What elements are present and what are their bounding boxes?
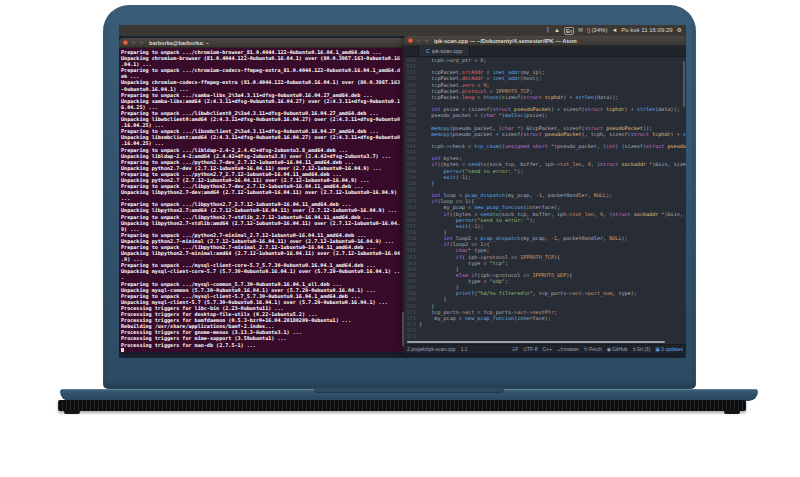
github-status-icon: ◉	[607, 346, 611, 352]
terminal-line: Preparing to unpack .../chromium-codecs-…	[121, 67, 403, 73]
maximize-icon[interactable]	[139, 40, 144, 45]
tab-ipk-scan[interactable]: C ipk-scan.cpp	[418, 46, 470, 56]
session-gear-icon: ⚙	[677, 25, 682, 36]
terminal-line: Unpacking libpython2.7:amd64 (2.7.12-1ub…	[121, 207, 403, 213]
code-lines[interactable]: tcph->urg_ptr = 0; tcpPacket.srcAddr = i…	[419, 57, 686, 340]
network-icon: ▲	[554, 25, 560, 36]
laptop-mockup: ᛒ▲En✉▯(34%)◄Po kvě 11 16:09:29⚙ barborka…	[0, 0, 800, 477]
encoding-selector-label: UTF-8	[523, 346, 537, 352]
gutter: 5305315325335345355365375385395405415425…	[404, 57, 419, 340]
volume-icon: ◄	[611, 25, 617, 36]
terminal-line: Processing triggers for man-db (2.7.5-1)…	[121, 342, 403, 348]
battery-indicator: ▯	[587, 25, 590, 36]
status-right: LFUTF-8C++⎇master↻Fetch◉GitHub±Git (3)▣3…	[512, 346, 683, 352]
clock-label: Po kvě 11 16:09:29	[621, 25, 672, 36]
horizontal-scrollbar-thumb[interactable]	[407, 341, 665, 343]
terminal-line: Unpacking chromium-codecs-ffmpeg-extra (…	[121, 79, 403, 85]
terminal-line: Unpacking python2.7-dev (2.7.12-1ubuntu0…	[121, 165, 403, 171]
terminal-line: Unpacking libldap-2.4-2:amd64 (2.4.42+df…	[121, 153, 403, 159]
git-changes-label: Git (3)	[636, 346, 650, 352]
network-icon[interactable]: ▲	[554, 25, 560, 36]
encoding-selector[interactable]: UTF-8	[523, 346, 537, 352]
battery-indicator[interactable]: ▯(34%)	[587, 25, 607, 36]
desktop-screen: ᛒ▲En✉▯(34%)◄Po kvě 11 16:09:29⚙ barborka…	[119, 25, 686, 358]
bluetooth-icon[interactable]: ᛒ	[546, 25, 550, 36]
maximize-icon[interactable]	[424, 38, 429, 43]
terminal-line: Unpacking libpython2.7-minimal:amd64 (2.…	[121, 250, 403, 256]
messages-icon: ✉	[578, 25, 583, 36]
keyboard-indicator-label: En	[564, 27, 574, 35]
minimize-icon[interactable]	[416, 38, 421, 43]
grammar-selector[interactable]: C++	[543, 346, 552, 352]
grammar-selector-label: C++	[543, 346, 552, 352]
minimize-icon[interactable]	[131, 40, 136, 45]
file-path[interactable]: 2.projekt/ipk-scan.cpp	[407, 346, 456, 352]
terminal-line: Unpacking mysql-common (5.7.30-0ubuntu0.…	[121, 287, 403, 293]
terminal-line: Preparing to unpack .../libpython2.7-std…	[121, 214, 403, 220]
terminal-cursor	[121, 348, 124, 352]
atom-tab-bar: C ipk-scan.cpp	[404, 46, 686, 57]
code-editor[interactable]: 5305315325335345355365375385395405415425…	[404, 57, 686, 340]
github-status-label: GitHub	[612, 346, 628, 352]
code-line	[419, 333, 686, 339]
atom-titlebar[interactable]: ipk-scan.cpp — ~/Dokumenty/4.semester/IP…	[404, 36, 686, 46]
keyboard-edge	[58, 400, 746, 411]
terminal-line: Unpacking libpython2.7-stdlib:amd64 (2.7…	[121, 220, 403, 226]
editor-vertical-scrollbar[interactable]	[683, 61, 685, 107]
status-left: 2.projekt/ipk-scan.cpp 1:1	[407, 346, 468, 352]
git-fetch-icon: ↻	[584, 346, 588, 352]
terminal-line: Unpacking libpython2.7-dev:amd64 (2.7.12…	[121, 189, 403, 195]
git-branch[interactable]: ⎇master	[557, 346, 579, 352]
laptop-foot-right	[724, 410, 740, 414]
terminal-line: Unpacking mysql-client-core-5.7 (5.7.30-…	[121, 268, 403, 274]
cursor-position[interactable]: 1:1	[461, 346, 468, 352]
package-updates[interactable]: ▣3 updates	[655, 346, 683, 352]
line-ending-selector-label: LF	[512, 346, 518, 352]
git-fetch[interactable]: ↻Fetch	[584, 346, 602, 352]
git-changes[interactable]: ±Git (3)	[633, 346, 651, 352]
base-thumb-scoop	[314, 389, 504, 393]
git-branch-label: master	[564, 346, 579, 352]
bluetooth-icon: ᛒ	[546, 25, 550, 36]
terminal-window: barborka@barborka: ~ Preparing to unpack…	[119, 38, 405, 352]
messages-icon[interactable]: ✉	[578, 25, 583, 36]
package-updates-icon: ▣	[655, 346, 660, 352]
git-fetch-label: Fetch	[589, 346, 602, 352]
code-line: memcpy(pseudo_packet + sizeof(struct pse…	[419, 131, 686, 137]
git-branch-icon: ⎇	[557, 346, 563, 352]
code-line: tcph->check = tcp_csum((unsigned short *…	[419, 143, 686, 149]
editor-horizontal-scrollbar[interactable]	[404, 340, 686, 344]
atom-status-bar: 2.projekt/ipk-scan.cpp 1:1 LFUTF-8C++⎇ma…	[404, 344, 686, 353]
github-status[interactable]: ◉GitHub	[607, 346, 628, 352]
terminal-line: Preparing to unpack .../samba-libs_2%3a4…	[121, 92, 403, 98]
terminal-titlebar[interactable]: barborka@barborka: ~	[119, 38, 405, 48]
terminal-line: Unpacking samba-libs:amd64 (2:4.3.11+dfs…	[121, 98, 403, 104]
tab-label: ipk-scan.cpp	[432, 48, 462, 54]
terminal-title: barborka@barborka: ~	[149, 40, 209, 46]
ubuntu-top-panel: ᛒ▲En✉▯(34%)◄Po kvě 11 16:09:29⚙	[119, 25, 686, 36]
terminal-line: Unpacking chromium-browser (81.0.4044.12…	[121, 55, 403, 61]
line-ending-selector[interactable]: LF	[512, 346, 518, 352]
close-icon[interactable]	[123, 40, 128, 45]
line-number: 575	[404, 333, 416, 339]
atom-window: ipk-scan.cpp — ~/Dokumenty/4.semester/IP…	[404, 36, 686, 352]
laptop-foot-left	[64, 410, 80, 414]
volume-icon[interactable]: ◄	[611, 25, 617, 36]
package-updates-label: 3 updates	[661, 346, 683, 352]
git-changes-icon: ±	[633, 346, 636, 352]
terminal-body[interactable]: Preparing to unpack .../chromium-browser…	[119, 48, 405, 352]
keyboard-indicator[interactable]: En	[564, 27, 574, 35]
close-icon[interactable]	[408, 38, 413, 43]
battery-indicator-label: (34%)	[591, 25, 607, 36]
session-gear-icon[interactable]: ⚙	[677, 25, 682, 36]
cpp-file-icon: C	[426, 48, 430, 54]
atom-title: ipk-scan.cpp — ~/Dokumenty/4.semester/IP…	[434, 38, 577, 44]
terminal-line: Preparing to unpack .../python2.7-minima…	[121, 232, 403, 238]
clock[interactable]: Po kvě 11 16:09:29	[621, 25, 672, 36]
